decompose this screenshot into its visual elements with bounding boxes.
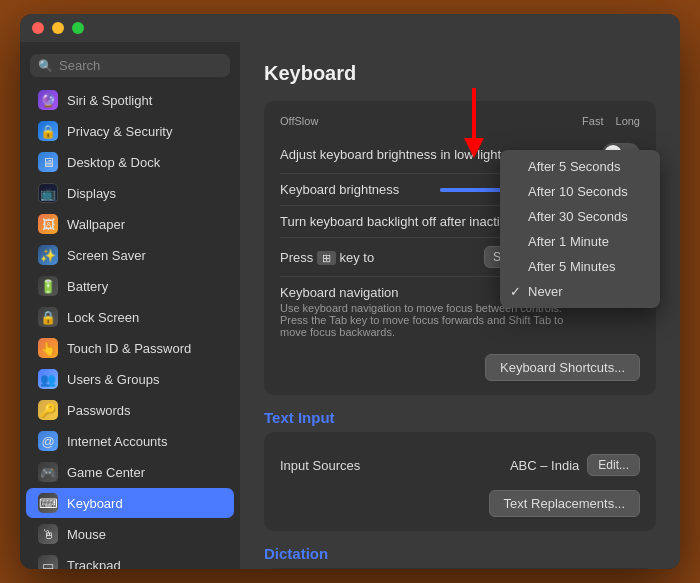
sidebar-item-privacy[interactable]: 🔒Privacy & Security [26, 116, 234, 146]
keyboard-shortcuts-button[interactable]: Keyboard Shortcuts... [485, 354, 640, 381]
sidebar-item-label-touchid: Touch ID & Password [67, 341, 191, 356]
dropdown-item-after-5-minutes[interactable]: After 5 Minutes [500, 254, 660, 279]
dropdown-item-after-1-minute[interactable]: After 1 Minute [500, 229, 660, 254]
sidebar-item-gamecenter[interactable]: 🎮Game Center [26, 457, 234, 487]
sidebar-item-label-users: Users & Groups [67, 372, 159, 387]
keyboard-brightness-label: Keyboard brightness [280, 182, 399, 197]
input-sources-label: Input Sources [280, 458, 360, 473]
search-box[interactable]: 🔍 [30, 54, 230, 77]
wallpaper-icon: 🖼 [38, 214, 58, 234]
input-sources-controls: ABC – India Edit... [510, 454, 640, 476]
edit-input-sources-button[interactable]: Edit... [587, 454, 640, 476]
users-icon: 👥 [38, 369, 58, 389]
sidebar-item-label-displays: Displays [67, 186, 116, 201]
search-input[interactable] [59, 58, 222, 73]
input-sources-value: ABC – India [510, 458, 579, 473]
dictation-section: Dictation 🎙 Use Dictation wherever you c… [264, 545, 656, 569]
screensaver-icon: ✨ [38, 245, 58, 265]
text-input-section: Text Input Input Sources ABC – India Edi… [264, 409, 656, 531]
minimize-button[interactable] [52, 22, 64, 34]
sidebar-item-label-wallpaper: Wallpaper [67, 217, 125, 232]
internet-icon: @ [38, 431, 58, 451]
sidebar: 🔍 🔮Siri & Spotlight🔒Privacy & Security🖥D… [20, 42, 240, 569]
sidebar-item-label-passwords: Passwords [67, 403, 131, 418]
sidebar-item-mouse[interactable]: 🖱Mouse [26, 519, 234, 549]
main-panel: Keyboard Off Slow Fast Long Adjust keybo… [240, 42, 680, 569]
search-icon: 🔍 [38, 59, 53, 73]
text-input-header: Text Input [264, 409, 656, 426]
privacy-icon: 🔒 [38, 121, 58, 141]
backlight-off-label: Turn keyboard backlight off after inacti… [280, 214, 519, 229]
gamecenter-icon: 🎮 [38, 462, 58, 482]
close-button[interactable] [32, 22, 44, 34]
sidebar-items-list: 🔮Siri & Spotlight🔒Privacy & Security🖥Des… [20, 85, 240, 569]
slider-label-off: Off [280, 115, 294, 127]
sidebar-item-users[interactable]: 👥Users & Groups [26, 364, 234, 394]
slider-label-long: Long [616, 115, 640, 127]
sidebar-item-label-gamecenter: Game Center [67, 465, 145, 480]
battery-icon: 🔋 [38, 276, 58, 296]
sidebar-item-lockscreen[interactable]: 🔒Lock Screen [26, 302, 234, 332]
passwords-icon: 🔑 [38, 400, 58, 420]
panel-title: Keyboard [264, 62, 656, 85]
dictation-box: 🎙 Use Dictation wherever you can type te… [264, 568, 656, 569]
keyboard-icon: ⌨ [38, 493, 58, 513]
sidebar-item-label-siri: Siri & Spotlight [67, 93, 152, 108]
press-fn-label: Press ⊞ key to [280, 250, 374, 265]
sidebar-item-label-trackpad: Trackpad [67, 558, 121, 570]
sidebar-item-label-desktop: Desktop & Dock [67, 155, 160, 170]
input-sources-row: Input Sources ABC – India Edit... [280, 446, 640, 484]
sidebar-item-label-internet: Internet Accounts [67, 434, 167, 449]
sidebar-item-battery[interactable]: 🔋Battery [26, 271, 234, 301]
title-bar [20, 14, 680, 42]
touchid-icon: 👆 [38, 338, 58, 358]
dictation-header: Dictation [264, 545, 656, 562]
sidebar-item-label-lockscreen: Lock Screen [67, 310, 139, 325]
sidebar-item-label-mouse: Mouse [67, 527, 106, 542]
slider-labels: Off Slow Fast Long [280, 115, 640, 127]
slider-spacer [318, 115, 582, 127]
slider-label-fast: Fast [582, 115, 603, 127]
sidebar-item-siri[interactable]: 🔮Siri & Spotlight [26, 85, 234, 115]
maximize-button[interactable] [72, 22, 84, 34]
lockscreen-icon: 🔒 [38, 307, 58, 327]
sidebar-item-screensaver[interactable]: ✨Screen Saver [26, 240, 234, 270]
adjust-brightness-label: Adjust keyboard brightness in low light [280, 147, 501, 162]
desktop-icon: 🖥 [38, 152, 58, 172]
sidebar-item-passwords[interactable]: 🔑Passwords [26, 395, 234, 425]
dropdown-item-after-30-seconds[interactable]: After 30 Seconds [500, 204, 660, 229]
sidebar-item-touchid[interactable]: 👆Touch ID & Password [26, 333, 234, 363]
sidebar-item-displays[interactable]: 📺Displays [26, 178, 234, 208]
text-input-box: Input Sources ABC – India Edit... Text R… [264, 432, 656, 531]
sidebar-item-label-screensaver: Screen Saver [67, 248, 146, 263]
sidebar-item-wallpaper[interactable]: 🖼Wallpaper [26, 209, 234, 239]
sidebar-item-keyboard[interactable]: ⌨Keyboard [26, 488, 234, 518]
sidebar-item-label-keyboard: Keyboard [67, 496, 123, 511]
sidebar-item-internet[interactable]: @Internet Accounts [26, 426, 234, 456]
shortcuts-btn-row: Keyboard Shortcuts... [280, 354, 640, 381]
sidebar-item-desktop[interactable]: 🖥Desktop & Dock [26, 147, 234, 177]
siri-icon: 🔮 [38, 90, 58, 110]
dropdown-item-after-5-seconds[interactable]: After 5 Seconds [500, 154, 660, 179]
mouse-icon: 🖱 [38, 524, 58, 544]
inactivity-dropdown[interactable]: After 5 SecondsAfter 10 SecondsAfter 30 … [500, 150, 660, 308]
content-area: 🔍 🔮Siri & Spotlight🔒Privacy & Security🖥D… [20, 42, 680, 569]
displays-icon: 📺 [38, 183, 58, 203]
trackpad-icon: ▭ [38, 555, 58, 569]
slider-label-slow: Slow [294, 115, 318, 127]
sidebar-item-trackpad[interactable]: ▭Trackpad [26, 550, 234, 569]
text-replacements-row: Text Replacements... [280, 490, 640, 517]
sidebar-item-label-battery: Battery [67, 279, 108, 294]
text-replacements-button[interactable]: Text Replacements... [489, 490, 640, 517]
system-preferences-window: 🔍 🔮Siri & Spotlight🔒Privacy & Security🖥D… [20, 14, 680, 569]
sidebar-item-label-privacy: Privacy & Security [67, 124, 172, 139]
dropdown-item-after-10-seconds[interactable]: After 10 Seconds [500, 179, 660, 204]
dropdown-item-never[interactable]: Never [500, 279, 660, 304]
